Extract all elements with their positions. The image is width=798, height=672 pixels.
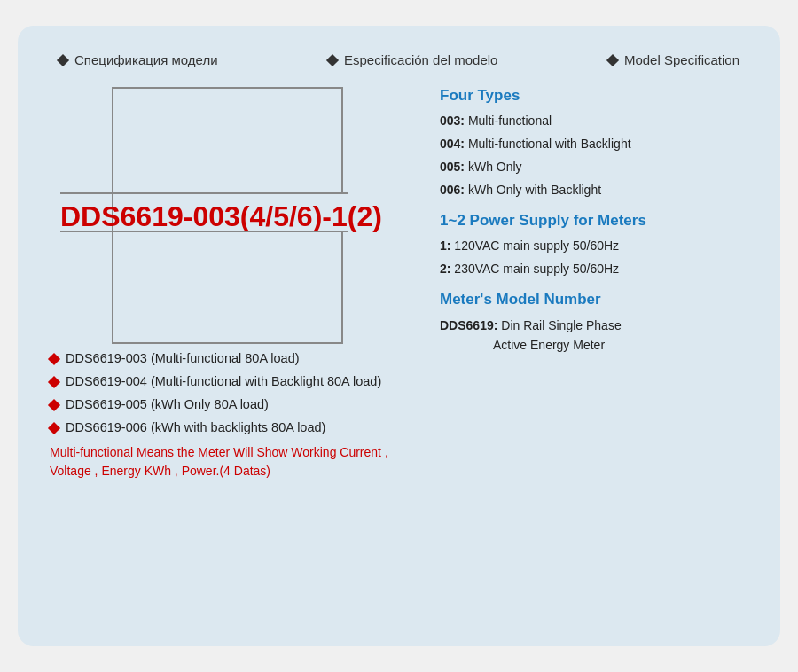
- main-card: Спецификация модели Especificación del m…: [18, 26, 780, 646]
- four-types-section: Four Types 003: Multi-functional 004: Mu…: [440, 87, 748, 199]
- model-number-title: Meter's Model Number: [440, 291, 748, 309]
- model-number-desc: DDS6619: Din Rail Single Phase Active En…: [440, 316, 748, 356]
- diamond-icon-1: [57, 53, 69, 66]
- bracket-diagram: DDS6619-003(4/5/6)-1(2): [76, 87, 395, 335]
- bracket-right-top-line: [341, 87, 343, 193]
- model-number-section: Meter's Model Number DDS6619: Din Rail S…: [440, 291, 748, 356]
- bracket-bottom-final-line: [112, 342, 342, 344]
- power-supply-desc-2: 230VAC main supply 50/60Hz: [454, 262, 619, 276]
- header-label-russian: Спецификация модели: [74, 52, 218, 67]
- four-types-desc-4: kWh Only with Backlight: [468, 183, 601, 197]
- bracket-right-bottom-line: [341, 231, 343, 344]
- power-supply-code-2: 2:: [440, 262, 450, 276]
- power-supply-item-1: 1: 120VAC main supply 50/60Hz: [440, 237, 748, 255]
- model-number-text-line2: Active Energy Meter: [440, 335, 748, 355]
- note-text: Multi-functional Means the Meter Will Sh…: [50, 443, 422, 481]
- diamond-red-icon-4: [48, 422, 60, 434]
- bullet-text-1: DDS6619-003 (Multi-functional 80A load): [66, 351, 300, 365]
- four-types-item-4: 006: kWh Only with Backlight: [440, 181, 748, 199]
- four-types-item-2: 004: Multi-functional with Backlight: [440, 135, 748, 153]
- four-types-code-4: 006:: [440, 183, 465, 197]
- four-types-code-2: 004:: [440, 137, 465, 151]
- four-types-code-3: 005:: [440, 160, 465, 174]
- bullet-list: DDS6619-003 (Multi-functional 80A load) …: [50, 351, 422, 434]
- power-supply-desc-1: 120VAC main supply 50/60Hz: [454, 238, 619, 253]
- header-label-english: Model Specification: [624, 52, 739, 67]
- bullet-text-2: DDS6619-004 (Multi-functional with Backl…: [66, 374, 381, 388]
- power-supply-code-1: 1:: [440, 238, 450, 253]
- h-line-bottom: [60, 231, 348, 232]
- bracket-top-line: [112, 87, 342, 89]
- four-types-title: Four Types: [440, 87, 748, 105]
- left-section: DDS6619-003(4/5/6)-1(2) DDS6619-003 (Mul…: [50, 87, 422, 481]
- list-item: DDS6619-005 (kWh Only 80A load): [50, 397, 422, 411]
- list-item: DDS6619-006 (kWh with backlights 80A loa…: [50, 420, 422, 434]
- list-item: DDS6619-003 (Multi-functional 80A load): [50, 351, 422, 365]
- diamond-icon-3: [606, 53, 619, 66]
- diamond-red-icon-3: [48, 399, 60, 411]
- diamond-red-icon-2: [48, 376, 60, 388]
- power-supply-item-2: 2: 230VAC main supply 50/60Hz: [440, 260, 748, 278]
- four-types-desc-1: Multi-functional: [468, 113, 552, 128]
- header-label-spanish: Especificación del modelo: [344, 52, 497, 67]
- header-row: Спецификация модели Especificación del m…: [50, 52, 748, 67]
- header-item-english: Model Specification: [608, 52, 739, 67]
- four-types-item-3: 005: kWh Only: [440, 158, 748, 176]
- diamond-red-icon-1: [48, 353, 60, 365]
- model-number-text-line1: Din Rail Single Phase: [501, 318, 621, 332]
- power-supply-title: 1~2 Power Supply for Meters: [440, 212, 748, 230]
- four-types-item-1: 003: Multi-functional: [440, 112, 748, 130]
- four-types-code-1: 003:: [440, 113, 465, 128]
- header-item-spanish: Especificación del modelo: [328, 52, 497, 67]
- model-number-code: DDS6619:: [440, 318, 497, 332]
- bullet-text-3: DDS6619-005 (kWh Only 80A load): [66, 397, 269, 411]
- four-types-desc-2: Multi-functional with Backlight: [468, 137, 631, 151]
- main-content: DDS6619-003(4/5/6)-1(2) DDS6619-003 (Mul…: [50, 87, 748, 481]
- four-types-desc-3: kWh Only: [468, 160, 522, 174]
- diamond-icon-2: [326, 53, 339, 66]
- list-item: DDS6619-004 (Multi-functional with Backl…: [50, 374, 422, 388]
- model-text: DDS6619-003(4/5/6)-1(2): [60, 200, 382, 233]
- header-item-russian: Спецификация модели: [59, 52, 218, 67]
- h-line-top: [60, 192, 348, 194]
- right-section: Four Types 003: Multi-functional 004: Mu…: [422, 87, 748, 481]
- bullet-text-4: DDS6619-006 (kWh with backlights 80A loa…: [66, 420, 325, 434]
- power-supply-section: 1~2 Power Supply for Meters 1: 120VAC ma…: [440, 212, 748, 278]
